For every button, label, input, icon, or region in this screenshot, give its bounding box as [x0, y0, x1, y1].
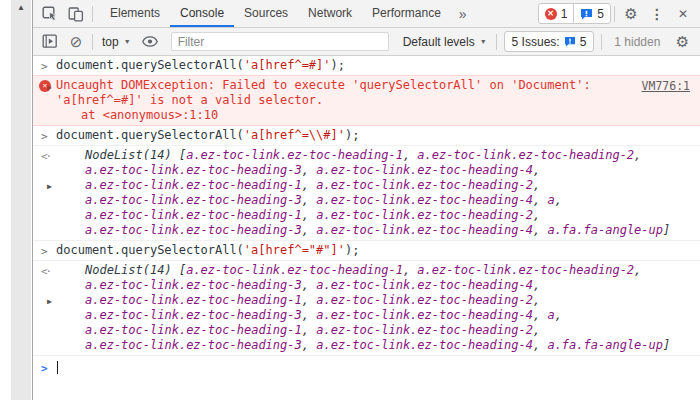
context-selector-dropdown[interactable]: top ▼	[96, 35, 137, 49]
console-prompt[interactable]: >	[33, 356, 700, 377]
node-preview[interactable]: a.fa.fa-angle-up	[547, 223, 663, 237]
node-preview[interactable]: a.fa.fa-angle-up	[547, 338, 663, 352]
node-preview[interactable]: a.ez-toc-link.ez-toc-heading-1	[85, 178, 302, 192]
console-sidebar-icon	[42, 34, 58, 49]
nodelist-line: NodeList(14) [a.ez-toc-link.ez-toc-headi…	[85, 148, 640, 163]
node-preview[interactable]: a.ez-toc-link.ez-toc-heading-1	[85, 293, 302, 307]
devtools-tabbar: Elements Console Sources Network Perform…	[33, 0, 700, 28]
command-code: document.querySelectorAll('a[href^="#"]'…	[56, 243, 359, 257]
separator-text: ,	[533, 323, 540, 337]
kebab-menu-button[interactable]: ⋮	[644, 1, 670, 27]
node-preview[interactable]: a.ez-toc-link.ez-toc-heading-4	[316, 308, 533, 322]
node-preview[interactable]: a.ez-toc-link.ez-toc-heading-1	[186, 263, 403, 277]
device-toolbar-icon	[68, 6, 84, 22]
more-tabs-button[interactable]: »	[451, 6, 475, 22]
console-settings-gear-button[interactable]: ⚙	[669, 29, 695, 55]
chevron-down-icon: ▼	[480, 38, 487, 45]
console-messages[interactable]: > document.querySelectorAll('a[href^=#]'…	[33, 56, 700, 400]
inspect-element-button[interactable]	[37, 1, 63, 27]
tab-sources[interactable]: Sources	[234, 0, 298, 27]
divider	[92, 34, 93, 50]
nodelist-label: NodeList(14) [	[85, 148, 186, 162]
node-preview[interactable]: a.ez-toc-link.ez-toc-heading-1	[186, 148, 403, 162]
context-selector-value: top	[102, 35, 119, 49]
expand-triangle-icon[interactable]: ▶	[47, 294, 52, 309]
console-sidebar-toggle-button[interactable]	[37, 29, 63, 55]
command-code: document.querySelectorAll('a[href^=#]');	[56, 58, 345, 72]
nodelist-line: a.ez-toc-link.ez-toc-heading-1, a.ez-toc…	[85, 208, 640, 223]
console-command-row: > document.querySelectorAll('a[href^="#"…	[33, 241, 700, 261]
issues-button-label: 5 Issues:	[512, 35, 560, 49]
log-levels-dropdown[interactable]: Default levels ▼	[397, 35, 493, 49]
hidden-messages-label[interactable]: 1 hidden	[614, 35, 660, 49]
scroll-up-arrow-icon[interactable]: ▲	[17, 4, 25, 12]
node-preview[interactable]: a.ez-toc-link.ez-toc-heading-2	[417, 263, 634, 277]
eye-icon	[142, 36, 158, 47]
tab-performance[interactable]: Performance	[362, 0, 451, 27]
divider	[496, 34, 497, 50]
node-preview[interactable]: a.ez-toc-link.ez-toc-heading-3	[85, 308, 302, 322]
separator-text: ,	[533, 338, 547, 352]
status-badges[interactable]: ✕ 1 5	[538, 3, 611, 24]
close-devtools-button[interactable]: ✕	[670, 1, 696, 27]
console-toolbar: ⊘ top ▼ Default levels ▼ 5 Issues: 5	[33, 28, 700, 56]
divider	[614, 6, 615, 22]
node-preview[interactable]: a.ez-toc-link.ez-toc-heading-1	[85, 323, 302, 337]
node-preview[interactable]: a.ez-toc-link.ez-toc-heading-4	[316, 223, 533, 237]
separator-text: ,	[302, 278, 316, 292]
node-preview[interactable]: a.ez-toc-link.ez-toc-heading-3	[85, 338, 302, 352]
inspect-cursor-icon	[42, 6, 58, 22]
tab-elements[interactable]: Elements	[100, 0, 170, 27]
node-preview[interactable]: a.ez-toc-link.ez-toc-heading-1	[85, 208, 302, 222]
issues-button-count: 5	[580, 35, 587, 49]
issues-count: 5	[597, 7, 604, 21]
nodelist-line: a.ez-toc-link.ez-toc-heading-1, a.ez-toc…	[85, 323, 640, 338]
node-preview[interactable]: a.ez-toc-link.ez-toc-heading-3	[85, 193, 302, 207]
return-value-icon: <·	[41, 149, 50, 164]
expand-triangle-icon[interactable]: ▶	[47, 179, 52, 194]
settings-gear-button[interactable]: ⚙	[618, 1, 644, 27]
device-toolbar-button[interactable]	[63, 1, 89, 27]
separator-text: ,	[302, 338, 316, 352]
live-expression-eye-button[interactable]	[137, 29, 163, 55]
filter-input[interactable]	[171, 32, 389, 51]
separator-text: ,	[533, 278, 540, 292]
node-preview[interactable]: a	[547, 193, 554, 207]
error-count: 1	[561, 7, 568, 21]
source-location-link[interactable]: VM776:1	[642, 79, 690, 94]
node-preview[interactable]: a.ez-toc-link.ez-toc-heading-2	[316, 208, 533, 222]
separator-text: ,	[533, 308, 547, 322]
node-preview[interactable]: a.ez-toc-link.ez-toc-heading-2	[316, 293, 533, 307]
node-preview[interactable]: a.ez-toc-link.ez-toc-heading-4	[316, 193, 533, 207]
console-command-row: > document.querySelectorAll('a[href^=#]'…	[33, 56, 700, 76]
node-preview[interactable]: a.ez-toc-link.ez-toc-heading-3	[85, 163, 302, 177]
error-count-badge[interactable]: ✕ 1	[539, 4, 574, 23]
node-preview[interactable]: a.ez-toc-link.ez-toc-heading-3	[85, 278, 302, 292]
separator-text: ,	[634, 263, 641, 277]
input-chevron-icon: >	[41, 59, 48, 74]
issues-count-badge[interactable]: 5	[573, 4, 610, 23]
node-preview[interactable]: a	[547, 308, 554, 322]
separator-text: ,	[302, 293, 316, 307]
tab-network[interactable]: Network	[298, 0, 362, 27]
separator-text: ,	[533, 208, 540, 222]
node-preview[interactable]: a.ez-toc-link.ez-toc-heading-4	[316, 163, 533, 177]
page-scrollbar[interactable]: ▲	[11, 0, 31, 400]
return-value-icon: <·	[41, 264, 50, 279]
node-preview[interactable]: a.ez-toc-link.ez-toc-heading-4	[316, 278, 533, 292]
error-message-line: 'a[href^=#]' is not a valid selector.	[56, 93, 640, 108]
divider	[92, 6, 93, 22]
expand-triangle-icon[interactable]: ▶	[47, 80, 52, 95]
nodelist-line: a.ez-toc-link.ez-toc-heading-3, a.ez-toc…	[85, 163, 640, 178]
node-preview[interactable]: a.ez-toc-link.ez-toc-heading-2	[417, 148, 634, 162]
issues-button[interactable]: 5 Issues: 5	[504, 31, 595, 52]
node-preview[interactable]: a.ez-toc-link.ez-toc-heading-2	[316, 178, 533, 192]
tab-console[interactable]: Console	[170, 0, 234, 27]
error-message-line: Uncaught DOMException: Failed to execute…	[56, 78, 640, 93]
node-preview[interactable]: a.ez-toc-link.ez-toc-heading-3	[85, 223, 302, 237]
node-preview[interactable]: a.ez-toc-link.ez-toc-heading-4	[316, 338, 533, 352]
panel-tabs: Elements Console Sources Network Perform…	[100, 0, 451, 27]
node-preview[interactable]: a.ez-toc-link.ez-toc-heading-2	[316, 323, 533, 337]
text-cursor	[57, 361, 58, 374]
clear-console-button[interactable]: ⊘	[63, 29, 89, 55]
